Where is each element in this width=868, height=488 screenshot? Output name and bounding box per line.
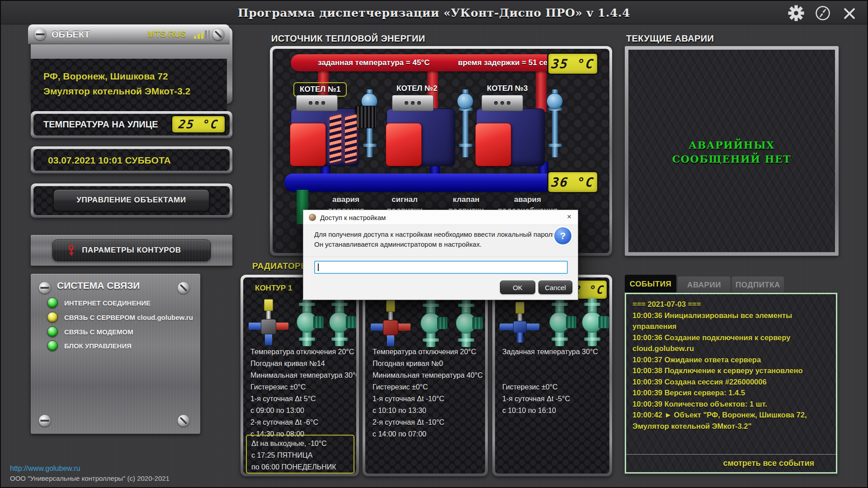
circuit-setting-line: Заданная температура 30°C xyxy=(502,346,598,358)
boiler-2-label[interactable]: КОТЕЛ №2 xyxy=(391,82,443,95)
collapse-window-icon[interactable] xyxy=(815,5,831,21)
pump-icon xyxy=(292,298,324,346)
boiler-3-graphic xyxy=(476,95,566,168)
circuit-setting-line: Температура отключения 20°C xyxy=(250,346,354,358)
no-alarms-message: АВАРИЙНЫХ СООБЩЕНИЙ НЕТ xyxy=(628,138,835,166)
event-log-line: 10:00:39 Версия сервера: 1.4.5 xyxy=(632,387,830,399)
circuit-1-title: КОНТУР 1 xyxy=(255,284,292,293)
comm-system-title: СИСТЕМА СВЯЗИ xyxy=(57,280,140,291)
boiler-burner-icon xyxy=(386,123,422,166)
see-all-events-link[interactable]: смотреть все события xyxy=(723,459,814,468)
pump-icon xyxy=(416,299,448,347)
help-icon[interactable]: ? xyxy=(554,227,571,244)
supply-pipe: заданная температура = 45°C время задерж… xyxy=(291,54,587,71)
circuit-setting-line: Погодная кривая №14 xyxy=(250,358,354,370)
signal-strength-icon xyxy=(194,30,210,39)
straight-valve-icon xyxy=(500,298,539,346)
weekend-setting-line: Δt на выходные, -10°C xyxy=(251,438,354,450)
status-led xyxy=(47,326,58,337)
outdoor-temperature-label: ТЕМПЕРАТУРА НА УЛИЦЕ xyxy=(43,119,158,130)
weekend-setting-line: по 06:00 ПОНЕДЕЛЬНИК xyxy=(251,461,354,473)
pump-icon xyxy=(325,298,356,346)
circuit-2-settings: Температура отключения 20°CПогодная крив… xyxy=(373,346,476,440)
comm-status-row: БЛОК УПРАВЛЕНИЯ xyxy=(47,340,132,351)
boiler-heat-exchanger-icon xyxy=(355,106,377,128)
settings-gear-icon[interactable] xyxy=(788,5,804,21)
boiler-control-box-icon xyxy=(296,95,338,111)
circuit-setting-line: 1-я суточная Δt 5°C xyxy=(250,393,354,405)
circuit-setting-line: Минимальная температура 40°C xyxy=(373,370,476,381)
object-panel: РФ, Воронеж, Шишкова 72 Эмулятор котельн… xyxy=(31,27,232,104)
tab-events[interactable]: СОБЫТИЯ xyxy=(625,275,676,294)
circuit-setting-line: с 09:00 по 13:00 xyxy=(250,405,354,417)
status-led xyxy=(47,297,58,308)
dialog-title: Доступ к настройкам xyxy=(320,214,386,221)
object-address: РФ, Воронеж, Шишкова 72 xyxy=(43,69,227,84)
boiler-burner-icon xyxy=(290,123,326,166)
circuit-1-settings: Температура отключения 20°CПогодная крив… xyxy=(250,346,354,440)
circuit-params-button[interactable]: ПАРАМЕТРЫ КОНТУРОВ xyxy=(52,239,211,261)
circuit-setting-line: 2-я суточная Δt -10°C xyxy=(373,417,476,428)
dialog-message-line2: Он устанавливается администратором в нас… xyxy=(314,240,481,248)
events-log-footer: смотреть все события xyxy=(626,454,836,472)
boiler-2-graphic xyxy=(387,95,477,168)
close-window-icon[interactable] xyxy=(843,7,856,20)
tab-alarms[interactable]: АВАРИИ xyxy=(678,277,731,294)
boiler-3-label[interactable]: КОТЕЛ №3 xyxy=(481,82,533,95)
object-info: РФ, Воронеж, Шишкова 72 Эмулятор котельн… xyxy=(31,59,227,116)
circuit-setting-line: Гистерезис ±0°C xyxy=(373,381,476,393)
circuit-2-panel: КОНТУР 2 Температура отключения 20°CПого… xyxy=(363,275,488,476)
password-input[interactable] xyxy=(314,261,568,274)
dialog-close-icon[interactable]: × xyxy=(567,212,571,221)
circuit-setting-line: Гистерезис ±0°C xyxy=(250,381,354,393)
dialog-message-area: Для получения доступа к настройкам необх… xyxy=(303,225,578,257)
app-title: Программа диспетчеризации «УКонт-Диспо П… xyxy=(1,1,867,24)
event-log-line: 10:00:36 Инициализированы все элементы у… xyxy=(632,310,830,332)
cancel-button[interactable]: Cancel xyxy=(538,281,572,294)
pump-icon xyxy=(545,298,576,346)
supply-temperature-display: 35 °C xyxy=(547,52,599,75)
gsm-carrier: MTS RUS xyxy=(148,29,187,39)
outdoor-temperature-panel: ТЕМПЕРАТУРА НА УЛИЦЕ 25 °C xyxy=(31,111,232,138)
return-pipe xyxy=(284,174,581,192)
boiler-control-box-icon xyxy=(392,95,434,111)
tab-makeup[interactable]: ПОДПИТКА xyxy=(732,277,784,294)
mixing-valve-icon xyxy=(371,299,410,347)
events-log-panel: === 2021-07-03 ===10:00:36 Инициализиров… xyxy=(625,293,837,474)
event-log-line: 10:00:39 Создана сессия #226000006 xyxy=(632,376,830,388)
circuit-setting-line: с 14:00 по 07:00 xyxy=(373,428,476,440)
comm-status-label: ИНТЕРНЕТ СОЕДИНЕНИЕ xyxy=(64,299,151,307)
event-log-line: === 2021-07-03 === xyxy=(632,299,830,310)
outdoor-temperature-display: 25 °C xyxy=(171,115,226,134)
circuit-1-panel: КОНТУР 1 Температура отключения 20°CПого… xyxy=(241,275,359,476)
event-log-line: 10:00:38 Подключение к серверу установле… xyxy=(632,365,830,376)
current-alarms-title: ТЕКУЩИЕ АВАРИИ xyxy=(626,33,714,44)
screw-icon xyxy=(212,28,224,40)
screw-icon xyxy=(39,415,51,427)
screw-icon xyxy=(39,282,51,294)
boiler-valve-icon xyxy=(457,93,473,109)
website-link[interactable]: http://www.golubew.ru xyxy=(10,465,80,473)
manage-objects-button[interactable]: УПРАВЛЕНИЕ ОБЪЕКТАМИ xyxy=(53,189,209,211)
event-log-line: 10:00:39 Количество объектов: 1 шт. xyxy=(632,399,830,410)
radiators-title: РАДИАТОРЫ xyxy=(252,261,309,271)
status-led xyxy=(47,340,58,351)
text-caret xyxy=(318,263,319,271)
boiler-valve-icon xyxy=(547,93,563,109)
ok-button[interactable]: OK xyxy=(500,281,535,294)
pump-icon xyxy=(577,298,609,346)
manage-objects-panel: УПРАВЛЕНИЕ ОБЪЕКТАМИ xyxy=(31,183,232,218)
object-panel-title: ОБЪЕКТ xyxy=(52,29,90,40)
event-log-line: 10:00:36 Создание подключения к серверу … xyxy=(632,332,830,354)
dialog-titlebar: Доступ к настройкам × xyxy=(303,210,578,225)
circuit-setting-line: Температура отключения 20°C xyxy=(373,346,476,358)
dialog-message-line1: Для получения доступа к настройкам необх… xyxy=(314,230,558,238)
boiler-flame-vents-icon xyxy=(330,114,341,163)
titlebar: Программа диспетчеризации «УКонт-Диспо П… xyxy=(1,1,867,24)
comm-status-label: БЛОК УПРАВЛЕНИЯ xyxy=(64,342,132,350)
comm-system-panel: СИСТЕМА СВЯЗИ ИНТЕРНЕТ СОЕДИНЕНИЕ СВЯЗЬ … xyxy=(31,274,200,434)
event-log-line: 10:00:42 ► Объект "РФ, Воронеж, Шишкова … xyxy=(632,409,830,432)
weekend-schedule-box: Δt на выходные, -10°Cс 17:25 ПЯТНИЦАпо 0… xyxy=(246,435,354,474)
setpoint-text: заданная температура = 45°C xyxy=(318,54,429,71)
events-log: === 2021-07-03 ===10:00:36 Инициализиров… xyxy=(632,299,830,432)
